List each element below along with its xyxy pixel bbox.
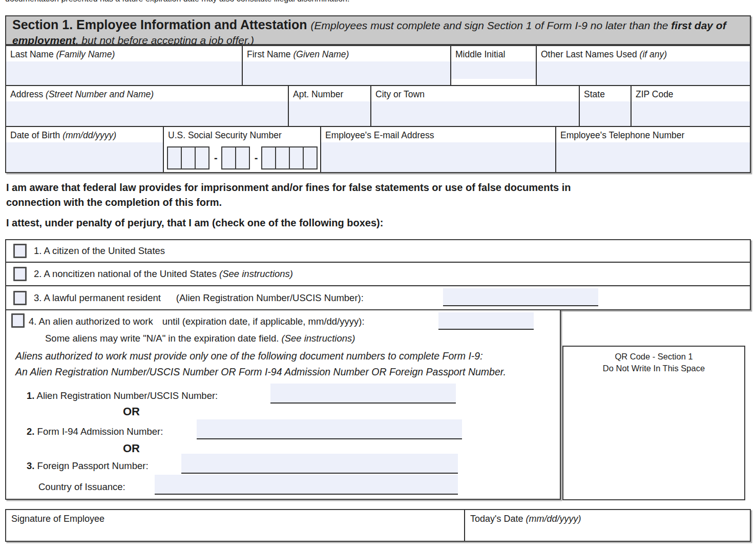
phone-cell: Employee's Telephone Number — [555, 127, 750, 172]
city-input[interactable] — [371, 101, 579, 126]
ssn-dash: - — [214, 152, 218, 164]
last-name-cell: Last Name (Family Name) — [6, 46, 242, 85]
first-name-label: First Name (Given Name) — [243, 46, 450, 61]
email-input[interactable] — [321, 142, 555, 172]
apt-number-input[interactable] — [289, 101, 370, 126]
qr-code-subtitle: Do Not Write In This Space — [563, 363, 744, 374]
option2-label: 2. A noncitizen national of the United S… — [34, 268, 293, 280]
signature-label: Signature of Employee — [11, 514, 104, 524]
alien-registration-input[interactable] — [270, 384, 456, 404]
or-separator-2: OR — [123, 442, 140, 455]
option3-checkbox[interactable] — [13, 291, 27, 305]
todays-date-label: Today's Date (mm/dd/yyyy) — [470, 514, 581, 524]
zip-input[interactable] — [632, 101, 750, 126]
state-cell: State — [579, 86, 631, 126]
option4-label: 4. An alien authorized to workuntil (exp… — [29, 316, 365, 327]
state-label: State — [580, 86, 631, 101]
federal-law-warning: I am aware that federal law provides for… — [6, 180, 571, 210]
apt-number-label: Apt. Number — [289, 86, 370, 101]
foreign-passport-input[interactable] — [181, 454, 458, 474]
ssn-digit-box[interactable] — [261, 146, 276, 169]
clipped-notice-text: documentation presented has a future exp… — [5, 0, 349, 4]
country-of-issuance-label: Country of Issuance: — [38, 481, 125, 493]
phone-input[interactable] — [556, 142, 750, 172]
signature-of-employee-cell[interactable]: Signature of Employee — [6, 510, 465, 541]
address-cell: Address (Street Number and Name) — [6, 86, 288, 126]
or-separator-1: OR — [123, 405, 140, 418]
middle-initial-input[interactable] — [451, 61, 536, 79]
ssn-digit-box[interactable] — [167, 146, 182, 169]
personal-info-table: Last Name (Family Name) First Name (Give… — [5, 45, 751, 173]
option4-note: Some aliens may write "N/A" in the expir… — [45, 333, 355, 344]
state-input[interactable] — [580, 101, 631, 126]
option3-field-label: (Alien Registration Number/USCIS Number)… — [176, 292, 364, 304]
dob-cell: Date of Birth (mm/dd/yyyy) — [6, 127, 163, 172]
section1-note-post: , but not before accepting a job offer.) — [76, 34, 254, 46]
section1-title: Section 1. Employee Information and Atte… — [12, 17, 310, 32]
address-input[interactable] — [6, 101, 288, 126]
email-cell: Employee's E-mail Address — [320, 127, 555, 172]
last-name-label: Last Name (Family Name) — [6, 46, 242, 61]
country-of-issuance-input[interactable] — [155, 475, 458, 495]
first-name-input[interactable] — [243, 61, 450, 85]
last-name-input[interactable] — [6, 61, 242, 85]
table-row: Date of Birth (mm/dd/yyyy) U.S. Social S… — [6, 126, 750, 172]
option2-row: 2. A noncitizen national of the United S… — [6, 262, 750, 285]
address-label: Address (Street Number and Name) — [6, 86, 288, 101]
signature-table: Signature of Employee Today's Date (mm/d… — [5, 509, 751, 542]
form-i94-input[interactable] — [197, 419, 462, 439]
middle-initial-label: Middle Initial — [451, 46, 536, 61]
city-label: City or Town — [371, 86, 579, 101]
option3-row: 3. A lawful permanent resident (Alien Re… — [6, 285, 750, 309]
ssn-digit-box[interactable] — [235, 146, 250, 169]
other-last-names-cell: Other Last Names Used (if any) — [536, 46, 750, 85]
aliens-document-note: Aliens authorized to work must provide o… — [15, 348, 506, 380]
dob-input[interactable] — [6, 142, 163, 172]
section1-header: Section 1. Employee Information and Atte… — [5, 15, 751, 45]
citizenship-options: 1. A citizen of the United States 2. A n… — [5, 239, 751, 310]
alien-number-option3-input[interactable] — [443, 288, 598, 306]
email-label: Employee's E-mail Address — [321, 127, 555, 142]
ssn-digit-box[interactable] — [303, 146, 318, 169]
option2-checkbox[interactable] — [13, 267, 27, 281]
i9-form-section1: documentation presented has a future exp… — [0, 0, 756, 551]
option1-checkbox[interactable] — [13, 244, 27, 258]
ssn-cell: U.S. Social Security Number - - — [163, 127, 320, 172]
option1-label: 1. A citizen of the United States — [34, 245, 165, 257]
option1-row: 1. A citizen of the United States — [6, 240, 750, 262]
alien-registration-label: 1. Alien Registration Number/USCIS Numbe… — [27, 390, 218, 401]
other-last-names-label: Other Last Names Used (if any) — [537, 46, 750, 61]
expiration-date-input[interactable] — [438, 312, 534, 330]
ssn-dash: - — [255, 152, 258, 164]
option3-label: 3. A lawful permanent resident — [34, 292, 161, 304]
qr-code-box: QR Code - Section 1 Do Not Write In This… — [562, 346, 745, 500]
ssn-digit-box[interactable] — [195, 146, 209, 169]
ssn-digit-box[interactable] — [221, 146, 236, 169]
apt-number-cell: Apt. Number — [288, 86, 370, 126]
dob-label: Date of Birth (mm/dd/yyyy) — [6, 127, 163, 142]
phone-label: Employee's Telephone Number — [556, 127, 750, 142]
option4-box: 4. An alien authorized to workuntil (exp… — [5, 309, 561, 500]
ssn-digit-box[interactable] — [181, 146, 196, 169]
table-row: Last Name (Family Name) First Name (Give… — [6, 46, 750, 85]
zip-label: ZIP Code — [632, 86, 750, 101]
zip-cell: ZIP Code — [631, 86, 750, 126]
ssn-digit-box[interactable] — [289, 146, 304, 169]
qr-code-title: QR Code - Section 1 — [563, 351, 744, 363]
city-cell: City or Town — [370, 86, 579, 126]
ssn-label: U.S. Social Security Number — [164, 127, 320, 142]
option4-checkbox[interactable] — [11, 313, 25, 328]
attestation-instruction: I attest, under penalty of perjury, that… — [6, 217, 383, 229]
middle-initial-cell: Middle Initial — [450, 46, 536, 85]
section1-note-pre: (Employees must complete and sign Sectio… — [310, 19, 671, 31]
ssn-boxes: - - — [164, 146, 320, 169]
table-row: Address (Street Number and Name) Apt. Nu… — [6, 85, 750, 126]
first-name-cell: First Name (Given Name) — [242, 46, 450, 85]
foreign-passport-label: 3. Foreign Passport Number: — [27, 460, 149, 472]
ssn-digit-box[interactable] — [275, 146, 290, 169]
todays-date-cell[interactable]: Today's Date (mm/dd/yyyy) — [465, 510, 750, 541]
other-last-names-input[interactable] — [537, 61, 750, 85]
form-i94-label: 2. Form I-94 Admission Number: — [27, 426, 163, 437]
